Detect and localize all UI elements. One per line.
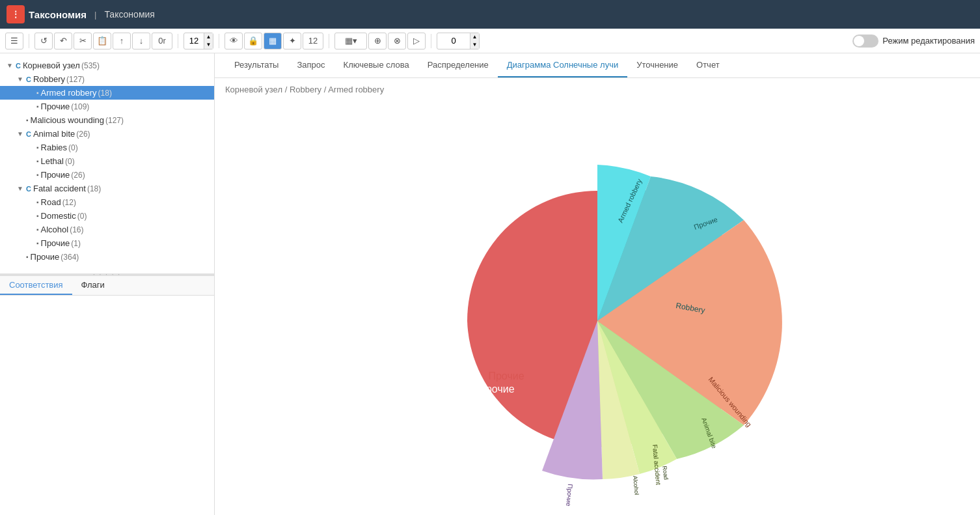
tree-item-robbery-other[interactable]: ▪ Прочие (109): [0, 100, 214, 113]
tree-count-alcohol: (16): [70, 225, 83, 234]
tree-toggle-robbery[interactable]: ▼: [16, 76, 25, 83]
tree-label-fatal: Fatal accident: [33, 184, 86, 193]
tree-label-malicious: Malicious wounding: [31, 115, 104, 125]
tree-item-lethal[interactable]: ▪ Lethal (0): [0, 154, 214, 168]
undo-button[interactable]: ↶: [54, 33, 72, 49]
tree-toggle-fatal[interactable]: ▼: [16, 185, 25, 192]
tree-item-robbery[interactable]: ▼ C Robbery (127): [0, 72, 214, 86]
tree-count-root: (535): [81, 61, 100, 70]
tree-count-armed-robbery: (18): [98, 89, 112, 98]
tree-toggle-road: [26, 199, 35, 206]
paste-button[interactable]: 📋: [93, 33, 111, 49]
tree-label-armed-robbery: Armed robbery: [41, 88, 97, 98]
tree-item-domestic[interactable]: ▪ Domestic (0): [0, 209, 214, 223]
tree-item-root[interactable]: ▼ C Корневой узел (535): [0, 59, 214, 72]
lock-button[interactable]: 🔒: [244, 33, 262, 49]
toolbar-sep-5: [431, 34, 431, 48]
tab-results[interactable]: Результаты: [225, 53, 288, 77]
tree-icon-doc-domestic: ▪: [36, 212, 39, 219]
tree-label-robbery: Robbery: [33, 74, 65, 84]
tree-item-rabies[interactable]: ▪ Rabies (0): [0, 141, 214, 154]
number-down[interactable]: ▼: [204, 41, 213, 49]
tab-flags[interactable]: Флаги: [72, 276, 114, 295]
action2-button[interactable]: ⊕: [368, 33, 387, 49]
tree-label-lethal: Lethal: [41, 156, 64, 166]
tree-item-malicious[interactable]: ▪ Malicious wounding (127): [0, 113, 214, 127]
zero-button[interactable]: 0r: [152, 33, 172, 49]
tab-sunburst[interactable]: Диаграмма Солнечные лучи: [498, 53, 627, 77]
menu-button[interactable]: ☰: [5, 33, 23, 49]
tree-label-root: Корневой узел: [23, 61, 80, 70]
tree-toggle-animal-other: [26, 171, 35, 178]
eye-button[interactable]: 👁: [225, 33, 243, 49]
tree-item-root-other[interactable]: ▪ Прочие (364): [0, 250, 214, 264]
up-button[interactable]: ↑: [113, 33, 131, 49]
breadcrumb-part-1[interactable]: Корневой узел: [225, 85, 282, 94]
tree-icon-c-robbery: C: [26, 76, 31, 83]
number-up[interactable]: ▲: [204, 33, 213, 41]
tree-icon-c-fatal: C: [26, 185, 31, 193]
action3-button[interactable]: ⊗: [388, 33, 406, 49]
breadcrumb-part-2[interactable]: Robbery: [290, 85, 321, 94]
tree-label-domestic: Domestic: [41, 211, 76, 221]
tree-icon-doc-animal-other: ▪: [36, 171, 39, 178]
tab-distribution[interactable]: Распределение: [418, 53, 498, 77]
action1-button[interactable]: ▦▾: [334, 33, 367, 49]
chart-area: Корневой узел: [215, 101, 980, 515]
toolbar: ☰ ↺ ↶ ✂ 📋 ↑ ↓ 0r ▲ ▼ 👁 🔒 ▦ ✦ 12 ▦▾ ⊕ ⊗ ▷…: [0, 29, 980, 53]
tree-icon-c-root: C: [16, 62, 21, 70]
counter-input[interactable]: [437, 35, 470, 47]
tree-count-fatal: (18): [87, 184, 101, 193]
tree-count-root-other: (364): [61, 253, 79, 262]
number-input[interactable]: [184, 35, 204, 47]
tree-icon-doc-armed: ▪: [36, 89, 39, 96]
tree-toggle-domestic: [26, 212, 35, 219]
counter-up[interactable]: ▲: [470, 33, 479, 41]
cut-button[interactable]: ✂: [74, 33, 92, 49]
tab-refinement[interactable]: Уточнение: [627, 53, 687, 77]
num12-button[interactable]: 12: [303, 33, 323, 49]
tree-item-fatal-other[interactable]: ▪ Прочие (1): [0, 236, 214, 250]
tree-toggle-root[interactable]: ▼: [5, 62, 14, 69]
tree-item-animal-other[interactable]: ▪ Прочие (26): [0, 168, 214, 182]
tree-item-armed-robbery[interactable]: ▪ Armed robbery (18): [0, 86, 214, 100]
breadcrumb: Корневой узел / Robbery / Armed robbery: [215, 78, 980, 101]
tab-keywords[interactable]: Ключевые слова: [334, 53, 418, 77]
tab-query[interactable]: Запрос: [288, 53, 334, 77]
tree-item-road[interactable]: ▪ Road (12): [0, 195, 214, 209]
tree-icon-doc-lethal: ▪: [36, 158, 39, 165]
down-button[interactable]: ↓: [132, 33, 150, 49]
tree-item-alcohol[interactable]: ▪ Alcohol (16): [0, 223, 214, 236]
label-road: Road: [661, 466, 670, 480]
refresh-button[interactable]: ↺: [34, 33, 53, 49]
topbar: ⋮ Таксономия | Таксономия: [0, 0, 980, 29]
sunburst-chart[interactable]: Корневой узел: [370, 106, 825, 510]
star-button[interactable]: ✦: [283, 33, 301, 49]
tree-count-domestic: (0): [77, 212, 87, 221]
sunburst-svg[interactable]: Корневой узел: [370, 106, 825, 510]
action4-button[interactable]: ▷: [407, 33, 426, 49]
bottom-content: [0, 296, 214, 516]
tree-icon-doc-malicious: ▪: [26, 117, 29, 124]
tree-icon-doc-root-other: ▪: [26, 253, 29, 260]
toggle-knob: [854, 36, 864, 46]
tree-toggle-fatal-other: [26, 240, 35, 247]
tree-item-animal-bite[interactable]: ▼ C Animal bite (26): [0, 127, 214, 141]
logo-icon: ⋮: [7, 5, 25, 23]
tab-report[interactable]: Отчет: [687, 53, 729, 77]
tree-label-animal-other: Прочие: [41, 170, 70, 180]
tree-count-robbery-other: (109): [71, 102, 89, 111]
grid-button[interactable]: ▦: [264, 33, 282, 49]
tab-matches[interactable]: Соответствия: [0, 276, 72, 295]
counter-down[interactable]: ▼: [470, 41, 479, 49]
toolbar-view-group: 👁 🔒 ▦ ✦ 12: [225, 33, 323, 49]
tree-item-fatal[interactable]: ▼ C Fatal accident (18): [0, 182, 214, 195]
left-panel: ▼ C Корневой узел (535) ▼ C Robbery (127…: [0, 53, 215, 515]
tree-icon-doc-fatal-other: ▪: [36, 240, 39, 247]
breadcrumb-part-3[interactable]: Armed robbery: [328, 85, 384, 94]
edit-mode-toggle[interactable]: [852, 35, 878, 48]
label-alcohol: Alcohol: [632, 475, 640, 495]
tree-icon-c-animal: C: [26, 130, 31, 138]
tree-toggle-robbery-other: [26, 103, 35, 110]
tree-toggle-animal[interactable]: ▼: [16, 130, 25, 137]
